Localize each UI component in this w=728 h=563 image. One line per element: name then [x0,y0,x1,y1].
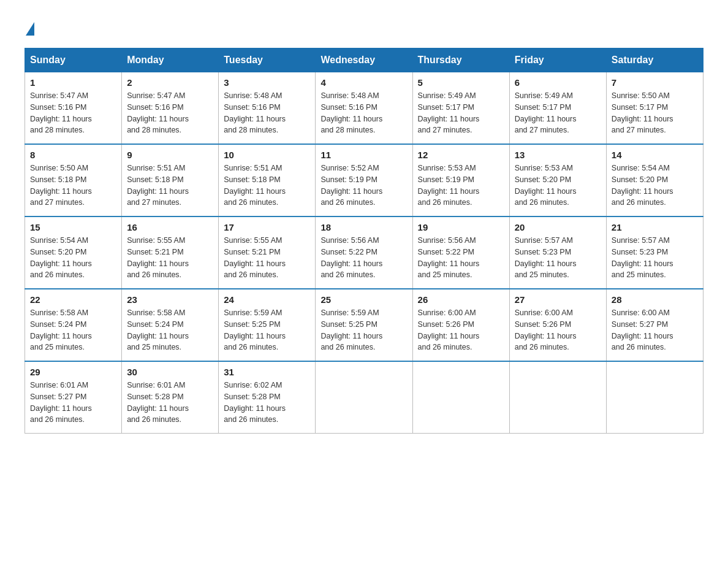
day-info: Sunrise: 5:49 AMSunset: 5:17 PMDaylight:… [418,90,504,136]
calendar-cell [316,361,412,434]
header-wednesday: Wednesday [316,48,412,72]
calendar-cell: 30Sunrise: 6:01 AMSunset: 5:28 PMDayligh… [122,361,219,434]
calendar-cell: 19Sunrise: 5:56 AMSunset: 5:22 PMDayligh… [412,216,509,289]
day-info: Sunrise: 5:48 AMSunset: 5:16 PMDaylight:… [224,90,310,136]
day-number: 17 [224,222,310,232]
calendar-cell: 11Sunrise: 5:52 AMSunset: 5:19 PMDayligh… [316,144,412,216]
calendar-week-row: 22Sunrise: 5:58 AMSunset: 5:24 PMDayligh… [25,289,703,361]
page-header [25,18,703,36]
day-info: Sunrise: 5:51 AMSunset: 5:18 PMDaylight:… [127,163,213,209]
header-tuesday: Tuesday [219,48,316,72]
calendar-cell: 7Sunrise: 5:50 AMSunset: 5:17 PMDaylight… [606,72,703,145]
calendar-cell: 28Sunrise: 6:00 AMSunset: 5:27 PMDayligh… [606,289,703,361]
day-number: 5 [418,77,504,88]
day-info: Sunrise: 5:57 AMSunset: 5:23 PMDaylight:… [612,235,698,281]
calendar-cell: 18Sunrise: 5:56 AMSunset: 5:22 PMDayligh… [316,216,412,289]
calendar-cell: 15Sunrise: 5:54 AMSunset: 5:20 PMDayligh… [25,216,122,289]
day-info: Sunrise: 5:54 AMSunset: 5:20 PMDaylight:… [30,235,116,281]
day-number: 24 [224,294,310,305]
day-number: 11 [320,150,407,160]
day-info: Sunrise: 5:56 AMSunset: 5:22 PMDaylight:… [418,235,504,281]
day-info: Sunrise: 5:53 AMSunset: 5:19 PMDaylight:… [418,163,504,209]
calendar-cell: 16Sunrise: 5:55 AMSunset: 5:21 PMDayligh… [122,216,219,289]
calendar-cell: 13Sunrise: 5:53 AMSunset: 5:20 PMDayligh… [509,144,606,216]
day-info: Sunrise: 6:02 AMSunset: 5:28 PMDaylight:… [224,380,310,426]
day-number: 9 [127,150,213,160]
day-info: Sunrise: 5:55 AMSunset: 5:21 PMDaylight:… [127,235,213,281]
calendar-cell: 31Sunrise: 6:02 AMSunset: 5:28 PMDayligh… [219,361,316,434]
day-number: 27 [515,294,601,305]
day-info: Sunrise: 5:57 AMSunset: 5:23 PMDaylight:… [515,235,601,281]
calendar-week-row: 8Sunrise: 5:50 AMSunset: 5:18 PMDaylight… [25,144,703,216]
logo [25,18,34,36]
day-number: 20 [515,222,601,232]
day-info: Sunrise: 5:58 AMSunset: 5:24 PMDaylight:… [30,307,116,353]
day-info: Sunrise: 6:00 AMSunset: 5:26 PMDaylight:… [515,307,601,353]
day-info: Sunrise: 5:50 AMSunset: 5:18 PMDaylight:… [30,163,116,209]
day-info: Sunrise: 5:58 AMSunset: 5:24 PMDaylight:… [127,307,213,353]
calendar-cell: 22Sunrise: 5:58 AMSunset: 5:24 PMDayligh… [25,289,122,361]
day-info: Sunrise: 5:52 AMSunset: 5:19 PMDaylight:… [320,163,407,209]
day-number: 21 [612,222,698,232]
calendar-cell: 27Sunrise: 6:00 AMSunset: 5:26 PMDayligh… [509,289,606,361]
day-info: Sunrise: 5:59 AMSunset: 5:25 PMDaylight:… [224,307,310,353]
day-number: 26 [418,294,504,305]
day-info: Sunrise: 5:47 AMSunset: 5:16 PMDaylight:… [30,90,116,136]
day-number: 12 [418,150,504,160]
day-number: 31 [224,367,310,377]
day-number: 13 [515,150,601,160]
day-info: Sunrise: 5:47 AMSunset: 5:16 PMDaylight:… [127,90,213,136]
day-number: 8 [30,150,116,160]
calendar-week-row: 1Sunrise: 5:47 AMSunset: 5:16 PMDaylight… [25,72,703,145]
day-number: 7 [612,77,698,88]
calendar-table: SundayMondayTuesdayWednesdayThursdayFrid… [25,48,703,434]
calendar-cell: 17Sunrise: 5:55 AMSunset: 5:21 PMDayligh… [219,216,316,289]
calendar-cell: 23Sunrise: 5:58 AMSunset: 5:24 PMDayligh… [122,289,219,361]
day-number: 22 [30,294,116,305]
day-info: Sunrise: 5:56 AMSunset: 5:22 PMDaylight:… [320,235,407,281]
day-number: 10 [224,150,310,160]
calendar-cell: 5Sunrise: 5:49 AMSunset: 5:17 PMDaylight… [412,72,509,145]
calendar-cell [412,361,509,434]
day-number: 6 [515,77,601,88]
calendar-cell: 4Sunrise: 5:48 AMSunset: 5:16 PMDaylight… [316,72,412,145]
day-info: Sunrise: 6:01 AMSunset: 5:27 PMDaylight:… [30,380,116,426]
calendar-cell: 20Sunrise: 5:57 AMSunset: 5:23 PMDayligh… [509,216,606,289]
calendar-cell: 9Sunrise: 5:51 AMSunset: 5:18 PMDaylight… [122,144,219,216]
calendar-cell: 10Sunrise: 5:51 AMSunset: 5:18 PMDayligh… [219,144,316,216]
day-number: 16 [127,222,213,232]
day-number: 1 [30,77,116,88]
calendar-header-row: SundayMondayTuesdayWednesdayThursdayFrid… [25,48,703,72]
calendar-cell: 2Sunrise: 5:47 AMSunset: 5:16 PMDaylight… [122,72,219,145]
day-number: 19 [418,222,504,232]
day-number: 15 [30,222,116,232]
day-number: 14 [612,150,698,160]
calendar-cell: 8Sunrise: 5:50 AMSunset: 5:18 PMDaylight… [25,144,122,216]
day-info: Sunrise: 6:00 AMSunset: 5:26 PMDaylight:… [418,307,504,353]
day-info: Sunrise: 5:54 AMSunset: 5:20 PMDaylight:… [612,163,698,209]
header-friday: Friday [509,48,606,72]
day-number: 30 [127,367,213,377]
day-info: Sunrise: 5:53 AMSunset: 5:20 PMDaylight:… [515,163,601,209]
calendar-cell [509,361,606,434]
calendar-cell: 24Sunrise: 5:59 AMSunset: 5:25 PMDayligh… [219,289,316,361]
day-info: Sunrise: 5:49 AMSunset: 5:17 PMDaylight:… [515,90,601,136]
header-sunday: Sunday [25,48,122,72]
day-info: Sunrise: 5:55 AMSunset: 5:21 PMDaylight:… [224,235,310,281]
day-number: 4 [320,77,407,88]
day-number: 23 [127,294,213,305]
calendar-cell: 26Sunrise: 6:00 AMSunset: 5:26 PMDayligh… [412,289,509,361]
day-info: Sunrise: 5:59 AMSunset: 5:25 PMDaylight:… [320,307,407,353]
day-number: 29 [30,367,116,377]
calendar-cell: 6Sunrise: 5:49 AMSunset: 5:17 PMDaylight… [509,72,606,145]
calendar-cell: 3Sunrise: 5:48 AMSunset: 5:16 PMDaylight… [219,72,316,145]
day-info: Sunrise: 6:01 AMSunset: 5:28 PMDaylight:… [127,380,213,426]
header-monday: Monday [122,48,219,72]
day-number: 3 [224,77,310,88]
calendar-cell: 12Sunrise: 5:53 AMSunset: 5:19 PMDayligh… [412,144,509,216]
day-info: Sunrise: 5:50 AMSunset: 5:17 PMDaylight:… [612,90,698,136]
header-thursday: Thursday [412,48,509,72]
calendar-cell: 1Sunrise: 5:47 AMSunset: 5:16 PMDaylight… [25,72,122,145]
day-number: 25 [320,294,407,305]
calendar-week-row: 29Sunrise: 6:01 AMSunset: 5:27 PMDayligh… [25,361,703,434]
